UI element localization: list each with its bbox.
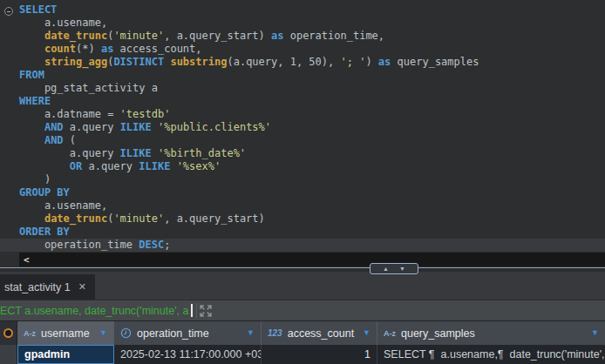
code-line: a.usename, xyxy=(0,17,605,30)
code-line: WHERE xyxy=(0,95,605,108)
grid-header: A-z username ▼ operation_time ▼ 123 acce… xyxy=(0,321,605,345)
code-line: FROM xyxy=(0,69,605,82)
numeric-type-icon: 123 xyxy=(268,328,282,338)
cell-operation-time[interactable]: 2025-02-13 11:17:00.000 +0300 xyxy=(114,345,262,364)
result-filter-bar[interactable]: ECT a.usename, date_trunc('minute', a xyxy=(0,300,605,321)
code-line: ) xyxy=(0,173,605,186)
expand-filter-icon[interactable] xyxy=(200,305,212,317)
column-label: username xyxy=(41,327,90,340)
code-line: a.datname = 'testdb' xyxy=(0,108,605,121)
column-label: access_count xyxy=(288,327,354,340)
text-type-icon: A-z xyxy=(24,329,36,338)
filter-query-text[interactable]: ECT a.usename, date_trunc('minute', a xyxy=(0,305,188,317)
column-label: operation_time xyxy=(137,327,209,340)
column-header-username[interactable]: A-z username ▼ xyxy=(17,321,114,345)
code-line: date_trunc('minute', a.query_start) xyxy=(0,212,605,226)
sort-dropdown-icon[interactable]: ▼ xyxy=(363,329,370,337)
code-line: SELECT xyxy=(0,3,605,17)
code-line: a.query ILIKE '%birth_date%' xyxy=(0,147,605,160)
code-line: string_agg(DISTINCT substring(a.query, 1… xyxy=(0,56,605,69)
record-position-icon xyxy=(3,328,13,338)
table-row: gpadmin 2025-02-13 11:17:00.000 +0300 1 … xyxy=(0,345,605,364)
collapse-up-icon[interactable]: ▲ xyxy=(383,266,389,272)
clock-icon xyxy=(120,327,132,339)
text-caret xyxy=(191,304,193,317)
code-line: OR a.query ILIKE '%sex%' xyxy=(0,160,605,173)
cell-query-samples[interactable]: SELECT ¶ a.usename,¶ date_trunc('minute'… xyxy=(377,345,605,364)
tab-label: stat_activity 1 xyxy=(4,281,71,293)
code-line: date_trunc('minute', a.query_start) as o… xyxy=(0,30,605,43)
cell-access-count[interactable]: 1 xyxy=(262,345,377,364)
editor-results-splitter[interactable]: ▲ ▼ xyxy=(0,266,605,272)
tab-stat-activity[interactable]: stat_activity 1 ✕ xyxy=(0,274,95,300)
column-label: query_samples xyxy=(401,327,475,340)
code-line: AND ( xyxy=(0,134,605,147)
sort-dropdown-icon[interactable]: ▼ xyxy=(99,329,107,337)
sort-dropdown-icon[interactable]: ▼ xyxy=(247,329,255,337)
sql-editor[interactable]: SELECT a.usename, date_trunc('minute', a… xyxy=(0,0,605,253)
code-line: ORDER BY xyxy=(0,226,605,239)
column-header-access-count[interactable]: 123 access_count ▼ xyxy=(262,321,377,345)
row-header[interactable] xyxy=(0,345,17,364)
editor-hscrollbar-track[interactable]: < xyxy=(19,253,605,266)
splitter-line xyxy=(0,267,605,268)
code-line: operation_time DESC; xyxy=(0,239,605,252)
cell-username-selected[interactable]: gpadmin xyxy=(17,345,114,364)
splitter-collapse-widget[interactable]: ▲ ▼ xyxy=(370,263,418,274)
filter-separator xyxy=(196,303,197,318)
grid-corner-button[interactable] xyxy=(0,321,17,345)
code-line: GROUP BY xyxy=(0,186,605,199)
scroll-left-icon[interactable]: < xyxy=(24,255,30,265)
code-line: AND a.query ILIKE '%public.clients%' xyxy=(0,121,605,134)
code-lines: SELECT a.usename, date_trunc('minute', a… xyxy=(0,3,605,252)
sort-dropdown-icon[interactable]: ▼ xyxy=(591,329,599,337)
column-header-operation-time[interactable]: operation_time ▼ xyxy=(114,321,262,345)
results-tabbar: stat_activity 1 ✕ xyxy=(0,272,605,300)
code-line: a.usename, xyxy=(0,199,605,212)
code-line: pg_stat_activity a xyxy=(0,82,605,95)
collapse-down-icon[interactable]: ▼ xyxy=(399,266,405,272)
editor-hscrollbar[interactable]: < xyxy=(0,253,605,266)
text-type-icon: A-z xyxy=(384,329,396,338)
column-header-query-samples[interactable]: A-z query_samples ▼ xyxy=(377,321,605,345)
dbeaver-window: SELECT a.usename, date_trunc('minute', a… xyxy=(0,0,605,364)
code-line: count(*) as access_count, xyxy=(0,43,605,56)
tab-close-icon[interactable]: ✕ xyxy=(78,282,86,292)
